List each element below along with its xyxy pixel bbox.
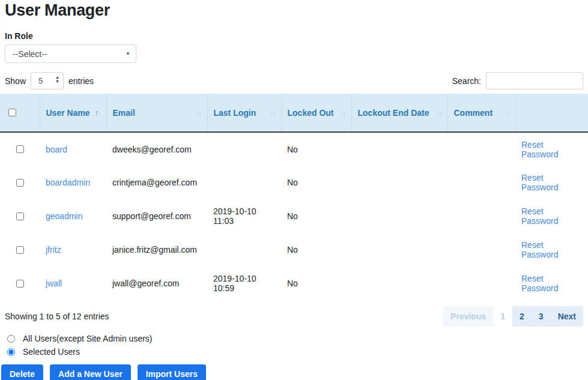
reset-password-link[interactable]: Reset Password [521,274,558,293]
pagination-next[interactable]: Next [551,306,583,327]
lockout-end-date-cell [351,132,447,166]
column-label: Lockout End Date [358,108,429,118]
column-label: Comment [454,108,493,118]
in-role-label: In Role [5,31,588,41]
last-login-cell [207,132,281,166]
search-group: Search: [452,72,583,89]
user-name-link[interactable]: jfritz [46,245,61,255]
comment-cell [447,199,515,233]
sort-desc-icon: ↓ [97,108,100,117]
sort-desc-icon: ↓ [438,108,441,117]
show-entries-group: Show 5 ▲ ▼ entries [5,72,94,89]
table-controls: Show 5 ▲ ▼ entries Search: [5,72,583,89]
pagination-previous[interactable]: Previous [443,306,493,327]
all-users-radio[interactable] [7,335,15,343]
locked-out-cell: No [281,267,351,300]
user-name-link[interactable]: board [46,145,67,154]
column-header-comment[interactable]: Comment ↑↓ [447,94,515,132]
table-footer: Showing 1 to 5 of 12 entries Previous 1 … [5,306,583,327]
user-name-link[interactable]: boardadmin [46,178,90,187]
table-row: jwall jwall@georef.com 2019-10-10 10:59 … [0,267,588,300]
pagination-page-3[interactable]: 3 [532,306,551,327]
role-select-wrap: --Select-- ▼ [5,44,136,63]
row-checkbox[interactable] [16,280,24,288]
email-cell: support@georef.com [106,199,207,233]
column-label: Locked Out [288,108,334,118]
selected-users-radio[interactable] [7,348,15,356]
reset-password-link[interactable]: Reset Password [521,173,558,192]
last-login-cell [207,166,281,199]
delete-button[interactable]: Delete [1,364,43,380]
column-header-user-name[interactable]: User Name ↑↓ [40,94,106,132]
reset-password-link[interactable]: Reset Password [521,240,558,259]
row-checkbox[interactable] [16,179,24,187]
column-header-last-login[interactable]: Last Login ↑↓ [207,94,281,132]
all-users-label: All Users(except Site Admin users) [23,334,153,343]
add-new-user-button[interactable]: Add a New User [50,364,131,380]
action-buttons: Delete Add a New User Import Users [1,364,588,380]
search-input[interactable] [486,72,583,89]
sort-desc-icon: ↓ [506,108,509,117]
page-title: User Manager [5,1,588,20]
comment-cell [447,233,515,267]
sort-icons: ↑↓ [504,108,509,117]
user-name-link[interactable]: jwall [46,279,62,288]
column-header-lockout-end-date[interactable]: Lockout End Date ↑↓ [351,94,447,132]
sort-icons: ↑↓ [340,108,345,117]
sort-desc-icon: ↓ [272,108,275,117]
sort-icons: ↑↓ [95,108,100,117]
select-all-checkbox[interactable] [8,109,16,116]
comment-cell [447,166,515,199]
row-checkbox[interactable] [16,246,24,254]
reset-password-link[interactable]: Reset Password [521,140,558,159]
email-cell: janice.fritz@gmail.com [106,233,207,267]
table-row: jfritz janice.fritz@gmail.com No Reset P… [0,233,588,267]
sort-desc-icon: ↓ [198,108,201,117]
scope-option-selected-users[interactable]: Selected Users [7,347,588,357]
import-users-button[interactable]: Import Users [138,364,206,380]
table-row: boardadmin crintjema@georef.com No Reset… [0,166,588,199]
column-header-locked-out[interactable]: Locked Out ↑↓ [281,94,351,132]
show-label: Show [5,76,26,86]
last-login-cell [207,233,281,267]
locked-out-cell: No [281,199,351,233]
email-cell: dweeks@georef.com [106,132,207,166]
page-size-wrap: 5 ▲ ▼ [31,72,64,89]
scope-option-all-users[interactable]: All Users(except Site Admin users) [7,334,588,343]
last-login-cell: 2019-10-10 10:59 [207,267,281,300]
user-table: User Name ↑↓ Email ↑↓ Last Login ↑↓ Lock… [0,94,588,300]
last-login-cell: 2019-10-10 11:03 [207,199,281,233]
lockout-end-date-cell [351,267,447,300]
column-label: Last Login [214,108,256,118]
pagination-page-1[interactable]: 1 [493,306,512,327]
user-scope-options: All Users(except Site Admin users) Selec… [7,334,588,357]
lockout-end-date-cell [351,233,447,267]
lockout-end-date-cell [351,199,447,233]
row-checkbox[interactable] [16,213,24,220]
lockout-end-date-cell [351,166,447,199]
search-label: Search: [452,76,481,86]
row-checkbox[interactable] [16,145,24,153]
role-select[interactable]: --Select-- [5,44,136,63]
column-header-email[interactable]: Email ↑↓ [106,94,207,132]
user-name-link[interactable]: geoadmin [46,211,83,221]
comment-cell [447,267,515,300]
sort-icons: ↑↓ [196,108,201,117]
pagination-page-2[interactable]: 2 [512,306,532,327]
reset-password-link[interactable]: Reset Password [521,207,558,226]
locked-out-cell: No [281,132,351,166]
select-all-header [0,94,40,132]
table-header-row: User Name ↑↓ Email ↑↓ Last Login ↑↓ Lock… [0,94,588,132]
column-label: User Name [46,108,90,118]
email-cell: jwall@georef.com [106,267,207,300]
locked-out-cell: No [281,233,351,267]
comment-cell [447,132,515,166]
email-cell: crintjema@georef.com [106,166,207,199]
entries-label: entries [68,76,94,86]
sort-icons: ↑↓ [270,108,275,117]
selected-users-label: Selected Users [23,347,80,357]
page-size-select[interactable]: 5 [31,72,64,89]
pagination: Previous 1 2 3 Next [443,306,583,327]
entries-info: Showing 1 to 5 of 12 entries [5,312,109,321]
table-row: board dweeks@georef.com No Reset Passwor… [0,132,588,166]
